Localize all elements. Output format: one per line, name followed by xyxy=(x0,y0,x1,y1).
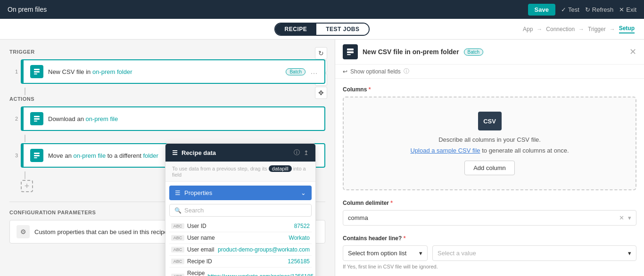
property-row[interactable]: ABC User name Workato xyxy=(169,232,312,244)
delimiter-chevron: ▾ xyxy=(628,214,631,221)
csv-icon: CSV xyxy=(478,112,502,130)
save-button[interactable]: Save xyxy=(528,4,555,16)
header-line-label: Contains header line? * xyxy=(343,235,636,242)
csv-desc: Describe all columns in your CSV file. xyxy=(353,136,626,143)
right-panel-header: New CSV file in on-prem folder Batch ✕ xyxy=(335,40,644,65)
optional-fields-link[interactable]: Show optional fields xyxy=(350,68,401,75)
delimiter-required: * xyxy=(389,200,393,206)
breadcrumb-app[interactable]: App xyxy=(523,26,533,32)
breadcrumb: App → Connection → Trigger → Setup xyxy=(523,25,635,33)
action-card-1[interactable]: Download an on-prem file xyxy=(21,106,325,131)
add-column-button[interactable]: Add column xyxy=(464,161,515,175)
test-link[interactable]: ✓ Test xyxy=(561,6,579,13)
trigger-card[interactable]: New CSV file in on-prem folder Batch … xyxy=(21,59,325,84)
delimiter-value: comma xyxy=(348,214,368,221)
recipe-panel-content: ☰ Properties ⌄ 🔍 ABC User ID 87522 ABC U… xyxy=(165,182,315,276)
svg-rect-10 xyxy=(347,51,354,53)
svg-rect-3 xyxy=(34,116,40,117)
recipe-panel-subtitle: To use data from a previous step, drag i… xyxy=(165,162,315,182)
refresh-icon: ↻ xyxy=(585,6,590,13)
breadcrumb-trigger[interactable]: Trigger xyxy=(588,26,606,32)
trigger-batch-badge: Batch xyxy=(286,68,305,75)
property-row[interactable]: ABC User ID 87522 xyxy=(169,220,312,232)
property-value: https://www.workato.com/recipes/1256185 xyxy=(207,273,314,276)
recipe-data-panel: ☰ Recipe data ⓘ ↥ To use data from a pre… xyxy=(165,143,316,276)
hint-text: If Yes, first line in CSV file will be i… xyxy=(343,264,636,269)
select-value-chevron: ▾ xyxy=(628,250,631,257)
select-option-list[interactable]: Select from option list ▾ xyxy=(343,245,428,261)
property-row[interactable]: ABC Recipe URL https://www.workato.com/r… xyxy=(169,268,312,276)
property-value: Workato xyxy=(289,235,310,241)
action-num-2: 3 xyxy=(9,153,18,158)
property-name: User email xyxy=(187,246,215,253)
breadcrumb-setup[interactable]: Setup xyxy=(619,25,635,33)
property-name: User ID xyxy=(187,223,291,229)
properties-chevron: ⌄ xyxy=(301,189,306,196)
right-header-left: New CSV file in on-prem folder Batch xyxy=(343,44,483,59)
tab-test-jobs[interactable]: TEST JOBS xyxy=(316,24,369,35)
upload-link[interactable]: Upload a sample CSV file xyxy=(410,147,480,154)
header-line-row: Select from option list ▾ Select a value… xyxy=(343,245,636,261)
property-type: ABC xyxy=(171,274,184,276)
action-text-1: Download an on-prem file xyxy=(48,115,318,122)
add-step-btn[interactable]: + xyxy=(21,180,33,192)
columns-section: Columns * CSV Describe all columns in yo… xyxy=(343,86,636,190)
csv-upload-line: Upload a sample CSV file to generate all… xyxy=(353,147,626,154)
config-icon: ⚙ xyxy=(17,225,30,238)
right-panel: New CSV file in on-prem folder Batch ✕ ↩… xyxy=(335,40,644,276)
top-bar-actions: Save ✓ Test ↻ Refresh ✕ Exit xyxy=(528,4,636,16)
property-value: 1256185 xyxy=(288,258,310,265)
right-panel-icon xyxy=(343,44,358,59)
property-type: ABC xyxy=(171,259,184,264)
breadcrumb-arrow-1: → xyxy=(537,26,542,32)
delimiter-section: Column delimiter * comma ✕ ▾ xyxy=(343,200,636,226)
search-input[interactable] xyxy=(184,207,306,214)
tab-group: RECIPE TEST JOBS xyxy=(274,23,370,36)
canvas-refresh-btn[interactable]: ↻ xyxy=(315,47,327,59)
select-value-placeholder: Select a value xyxy=(438,250,476,257)
recipe-panel-header: ☰ Recipe data ⓘ ↥ xyxy=(165,144,315,162)
property-row[interactable]: ABC User email product-demo-groups@worka… xyxy=(169,244,312,256)
property-row[interactable]: ABC Recipe ID 1256185 xyxy=(169,256,312,268)
action-highlight-2a: on-prem file xyxy=(73,152,106,159)
breadcrumb-connection[interactable]: Connection xyxy=(546,26,575,32)
left-panel: ↻ + − ✥ TRIGGER 1 New CSV file in on-pre… xyxy=(0,40,335,276)
tab-recipe[interactable]: RECIPE xyxy=(275,24,317,35)
trigger-row: 1 New CSV file in on-prem folder Batch … xyxy=(9,59,325,84)
property-value: product-demo-groups@workato.com xyxy=(218,246,310,253)
tab-bar: RECIPE TEST JOBS App → Connection → Trig… xyxy=(0,19,644,40)
properties-list: ABC User ID 87522 ABC User name Workato … xyxy=(169,220,312,276)
exit-link[interactable]: ✕ Exit xyxy=(619,6,636,13)
right-panel-close-btn[interactable]: ✕ xyxy=(629,47,636,57)
delimiter-input-row[interactable]: comma ✕ ▾ xyxy=(343,210,636,226)
search-box: 🔍 xyxy=(169,204,312,217)
optional-fields-help[interactable]: ⓘ xyxy=(404,67,409,75)
connector-1 xyxy=(25,88,25,95)
delimiter-clear-btn[interactable]: ✕ xyxy=(619,214,624,221)
select-value[interactable]: Select a value ▾ xyxy=(432,245,636,261)
datapill: datapill xyxy=(269,165,292,172)
properties-header[interactable]: ☰ Properties ⌄ xyxy=(169,186,312,200)
header-line-required: * xyxy=(402,235,405,242)
trigger-step-num: 1 xyxy=(9,69,18,74)
canvas-fit-btn[interactable]: ✥ xyxy=(315,87,327,99)
optional-fields-arrow: ↩ xyxy=(343,68,347,75)
svg-rect-8 xyxy=(34,157,37,158)
breadcrumb-arrow-2: → xyxy=(578,26,584,32)
recipe-panel-collapse-btn[interactable]: ↥ xyxy=(304,149,309,156)
svg-rect-5 xyxy=(34,121,37,122)
action-num-1: 2 xyxy=(9,116,18,122)
trigger-text: New CSV file in on-prem folder xyxy=(48,68,281,75)
app-title: On prem files xyxy=(8,6,47,13)
svg-rect-2 xyxy=(34,73,37,74)
action-highlight-1: on-prem file xyxy=(86,115,118,122)
property-value: 87522 xyxy=(294,223,310,229)
svg-rect-6 xyxy=(34,153,40,154)
actions-label: ACTIONS xyxy=(9,96,325,102)
recipe-panel-help-icon[interactable]: ⓘ xyxy=(294,148,300,157)
property-name: Recipe URL xyxy=(187,270,205,276)
svg-rect-0 xyxy=(34,69,40,70)
optional-fields-row: ↩ Show optional fields ⓘ xyxy=(335,65,644,79)
refresh-link[interactable]: ↻ Refresh xyxy=(585,6,614,13)
trigger-more-btn[interactable]: … xyxy=(310,67,318,76)
